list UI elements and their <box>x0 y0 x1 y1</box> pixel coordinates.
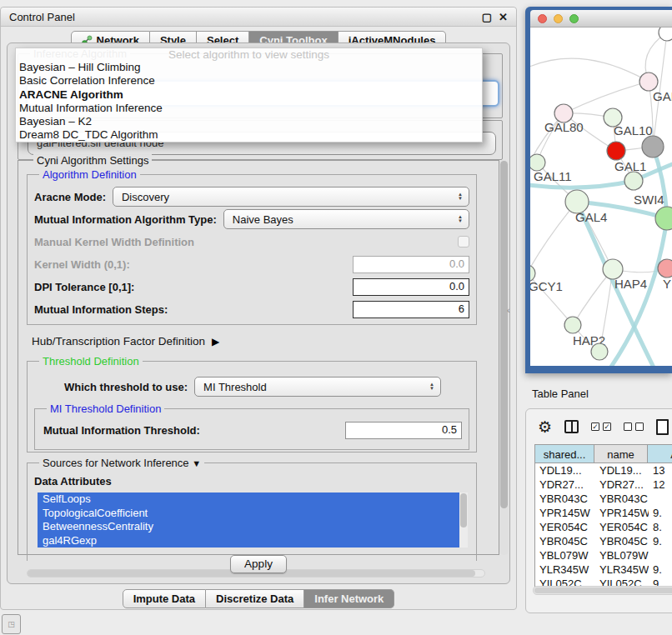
table-cell: 13 <box>649 463 672 478</box>
select-all-checkboxes-icon[interactable]: ✓ ✓ <box>591 422 611 431</box>
table-row[interactable]: YDR27...YDR27...12 <box>535 478 672 492</box>
aracne-mode-row: Aracne Mode: Discovery ▲ ▼ <box>34 187 469 207</box>
network-node[interactable] <box>659 28 672 41</box>
mi-threshold-definition-group: MI Threshold Definition Mutual Informati… <box>34 408 469 450</box>
table-header-row: shared...nameA <box>534 444 672 463</box>
panel-toggle-button[interactable]: ◳ <box>2 614 21 634</box>
network-node-gal11[interactable] <box>530 154 545 171</box>
network-node-swi4[interactable] <box>624 172 643 190</box>
column-header-a[interactable]: A <box>648 444 672 463</box>
mi-threshold-row: Mutual Information Threshold: 0.5 <box>43 422 462 439</box>
checkbox-unchecked-icon <box>624 422 632 431</box>
dpi-tolerance-field[interactable]: 0.0 <box>353 278 469 296</box>
close-traffic-light[interactable] <box>538 14 547 23</box>
table-cell: 9. <box>649 562 672 577</box>
mi-threshold-field[interactable]: 0.5 <box>345 422 462 439</box>
apply-button[interactable]: Apply <box>230 555 287 573</box>
table-cell: YER054C <box>595 520 649 534</box>
checkbox-checked-icon: ✓ <box>591 422 599 431</box>
cyni-algorithm-settings-group: Cyni Algorithm Settings Algorithm Defini… <box>18 160 499 555</box>
table-row[interactable]: YBR045CYBR045C9. <box>535 534 672 548</box>
splitter-collapse-handle[interactable]: ‹ <box>507 305 510 315</box>
table-row[interactable]: YDL19...YDL19...13 <box>535 463 672 478</box>
minimize-traffic-light[interactable] <box>554 14 563 23</box>
bottom-tab-infer-network[interactable]: Infer Network <box>304 589 394 608</box>
attribute-item-betweennesscentrality[interactable]: BetweennessCentrality <box>38 520 468 534</box>
columns-icon[interactable] <box>564 420 579 433</box>
dropdown-item-bayesian-k2[interactable]: Bayesian – K2 <box>16 115 482 128</box>
table-row[interactable]: YBR043CYBR043C <box>535 492 672 506</box>
zoom-traffic-light[interactable] <box>569 14 579 23</box>
aracne-mode-value: Discovery <box>122 191 169 203</box>
manual-kernel-checkbox[interactable] <box>458 236 469 248</box>
table-row[interactable]: YPR145WYPR145W9. <box>535 506 672 520</box>
attribute-item-gal4rgexp[interactable]: gal4RGexp <box>38 534 468 548</box>
table-cell: YBR045C <box>595 534 649 548</box>
dropdown-item-bayesian-hill-climbing[interactable]: Bayesian – Hill Climbing <box>16 61 482 74</box>
hub-definition-expander[interactable]: Hub/Transcription Factor Definition ▶ <box>32 335 499 348</box>
table-row[interactable]: YBL079WYBL079W <box>535 548 672 562</box>
network-canvas-svg: GALGAL80GAL10GAL1GAL11SWI4GAL4GCY1HAP4YH… <box>530 28 672 366</box>
mi-steps-label: Mutual Information Steps: <box>34 303 168 316</box>
network-node-label-hap4: HAP4 <box>614 277 647 291</box>
algorithm-dropdown-placeholder: Select algorithm to view settings <box>16 48 482 61</box>
collapse-down-icon[interactable]: ▼ <box>192 458 201 468</box>
network-node-hap2[interactable] <box>564 317 581 333</box>
gear-icon[interactable]: ⚙ <box>538 419 552 435</box>
network-node[interactable] <box>642 136 664 158</box>
table-row[interactable]: YER054CYER054C8. <box>535 520 672 534</box>
network-edge <box>564 82 649 113</box>
cyni-algorithm-settings-title: Cyni Algorithm Settings <box>33 154 152 167</box>
dropdown-item-basic-correlation-inference[interactable]: Basic Correlation Inference <box>16 74 482 88</box>
algorithm-definition-title: Algorithm Definition <box>39 168 140 181</box>
data-attributes-list[interactable]: SelfLoopsTopologicalCoefficientBetweenne… <box>38 492 468 548</box>
apply-row: Apply <box>8 555 509 573</box>
table-cell: YBR043C <box>535 492 595 506</box>
deselect-all-checkboxes-icon[interactable] <box>624 422 644 431</box>
float-window-icon[interactable]: ▢ <box>482 12 492 22</box>
mi-threshold-label: Mutual Information Threshold: <box>43 424 200 437</box>
algorithm-dropdown-list: Select algorithm to view settings Bayesi… <box>15 48 483 142</box>
attributes-list-scrollbar[interactable] <box>459 492 468 548</box>
network-edge <box>530 58 649 82</box>
kernel-width-row: Kernel Width (0,1): 0.0 <box>34 254 469 274</box>
network-node[interactable] <box>591 343 608 360</box>
network-canvas[interactable]: GALGAL80GAL10GAL1GAL11SWI4GAL4GCY1HAP4YH… <box>530 28 672 366</box>
network-node-gal1[interactable] <box>607 142 625 160</box>
mi-type-combobox[interactable]: Naive Bayes ▲ ▼ <box>223 209 469 229</box>
table-cell: YBL079W <box>595 548 649 562</box>
column-header-shared[interactable]: shared... <box>534 444 594 463</box>
network-node-y[interactable] <box>658 259 672 278</box>
network-node[interactable] <box>655 207 672 230</box>
aracne-mode-combobox[interactable]: Discovery ▲ ▼ <box>113 187 469 207</box>
dropdown-item-mutual-information-inference[interactable]: Mutual Information Inference <box>16 102 482 115</box>
bottom-tab-strip: Impute DataDiscretize DataInfer Network <box>1 589 516 608</box>
attribute-item-selfloops[interactable]: SelfLoops <box>38 492 468 507</box>
bottom-tab-impute-data[interactable]: Impute Data <box>123 589 206 608</box>
settings-vertical-scrollbar[interactable] <box>499 160 509 555</box>
dropdown-item-aracne-algorithm[interactable]: ARACNE Algorithm <box>16 88 482 102</box>
close-icon[interactable]: ✕ <box>499 12 508 22</box>
threshold-definition-group: Threshold Definition Which threshold to … <box>27 361 477 452</box>
table-row[interactable]: YLR345WYLR345W9. <box>535 562 672 577</box>
attribute-item-topologicalcoefficient[interactable]: TopologicalCoefficient <box>38 507 468 521</box>
mi-steps-field[interactable]: 6 <box>353 301 469 318</box>
which-threshold-combobox[interactable]: MI Threshold ▲ ▼ <box>194 377 441 397</box>
manual-kernel-row: Manual Kernel Width Definition <box>34 232 469 252</box>
sources-title-text: Sources for Network Inference <box>43 457 189 469</box>
table-horizontal-scrollbar[interactable] <box>533 586 672 595</box>
kernel-width-field[interactable]: 0.0 <box>353 256 469 273</box>
table-cell: 9. <box>649 534 672 548</box>
document-icon[interactable] <box>656 419 669 435</box>
column-header-name[interactable]: name <box>594 444 648 463</box>
network-node-gal[interactable] <box>639 72 658 91</box>
table-panel-window: ⚙ ✓ ✓ shared...nameA YDL19...YDL19...13Y… <box>525 408 672 613</box>
network-node-label-gal80: GAL80 <box>544 120 584 134</box>
spinner-down-icon: ▼ <box>429 387 434 391</box>
combo-stepper-icon: ▲ ▼ <box>458 215 463 223</box>
dropdown-item-dream8-dc-tdc-algorithm[interactable]: Dream8 DC_TDC Algorithm <box>16 128 482 142</box>
aracne-mode-label: Aracne Mode: <box>34 191 106 203</box>
table-cell: YLR345W <box>535 562 595 577</box>
bottom-tab-discretize-data[interactable]: Discretize Data <box>206 589 304 608</box>
network-node-label-gal1: GAL1 <box>614 159 646 173</box>
